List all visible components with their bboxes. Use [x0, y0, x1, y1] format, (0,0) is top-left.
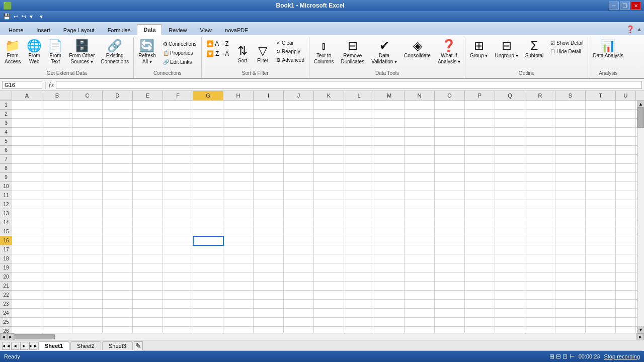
cell-K23[interactable] — [314, 300, 344, 309]
cell-T23[interactable] — [586, 300, 616, 309]
cell-R1[interactable] — [525, 101, 555, 110]
cell-K17[interactable] — [314, 245, 344, 254]
cell-E25[interactable] — [133, 318, 163, 327]
cell-L16[interactable] — [344, 236, 374, 245]
cell-A22[interactable] — [12, 291, 42, 300]
cell-U6[interactable] — [616, 146, 636, 155]
cell-G5[interactable] — [193, 137, 223, 146]
cell-D26[interactable] — [103, 327, 133, 333]
cell-E12[interactable] — [133, 200, 163, 209]
cell-C23[interactable] — [72, 300, 103, 309]
cell-N25[interactable] — [405, 318, 435, 327]
cell-D14[interactable] — [103, 218, 133, 227]
cell-E1[interactable] — [133, 101, 163, 110]
cell-P14[interactable] — [465, 218, 495, 227]
cell-P3[interactable] — [465, 119, 495, 128]
cell-N16[interactable] — [405, 236, 435, 245]
row-num-3[interactable]: 3 — [0, 119, 12, 128]
col-header-R[interactable]: R — [525, 91, 555, 100]
cell-K10[interactable] — [314, 182, 344, 191]
cell-M8[interactable] — [374, 164, 405, 173]
cell-E19[interactable] — [133, 263, 163, 273]
scroll-right-button-start[interactable]: ► — [7, 333, 14, 340]
cell-M3[interactable] — [374, 119, 405, 128]
cell-I12[interactable] — [254, 200, 284, 209]
cell-U2[interactable] — [616, 110, 636, 119]
row-num-1[interactable]: 1 — [0, 101, 12, 110]
cell-I25[interactable] — [254, 318, 284, 327]
cell-T6[interactable] — [586, 146, 616, 155]
cell-J22[interactable] — [284, 291, 314, 300]
cell-D4[interactable] — [103, 128, 133, 137]
cell-S4[interactable] — [555, 128, 586, 137]
help-icon[interactable]: ❓ — [626, 25, 634, 33]
cell-F18[interactable] — [163, 254, 193, 263]
cell-F25[interactable] — [163, 318, 193, 327]
cell-U21[interactable] — [616, 282, 636, 291]
cell-U16[interactable] — [616, 236, 636, 245]
cell-B23[interactable] — [42, 300, 72, 309]
subtotal-button[interactable]: Σ Subtotal — [523, 38, 546, 60]
cell-M16[interactable] — [374, 236, 405, 245]
cell-E23[interactable] — [133, 300, 163, 309]
cell-C15[interactable] — [72, 227, 103, 236]
cell-A16[interactable] — [12, 236, 42, 245]
cell-J20[interactable] — [284, 273, 314, 282]
cell-Q6[interactable] — [495, 146, 525, 155]
cell-A1[interactable] — [12, 101, 42, 110]
cell-G2[interactable] — [193, 110, 223, 119]
text-to-columns-button[interactable]: ⫾ Text toColumns — [311, 38, 336, 66]
cell-M23[interactable] — [374, 300, 405, 309]
cell-F15[interactable] — [163, 227, 193, 236]
cell-A20[interactable] — [12, 273, 42, 282]
cell-N15[interactable] — [405, 227, 435, 236]
cell-H7[interactable] — [223, 155, 254, 164]
group-button[interactable]: ⊞ Group ▾ — [467, 38, 491, 60]
cell-F21[interactable] — [163, 282, 193, 291]
cell-E14[interactable] — [133, 218, 163, 227]
cell-P23[interactable] — [465, 300, 495, 309]
cell-Q18[interactable] — [495, 254, 525, 263]
cell-G24[interactable] — [193, 309, 223, 318]
cell-M18[interactable] — [374, 254, 405, 263]
cell-E10[interactable] — [133, 182, 163, 191]
cell-L11[interactable] — [344, 191, 374, 200]
cell-L2[interactable] — [344, 110, 374, 119]
cell-B22[interactable] — [42, 291, 72, 300]
cell-D6[interactable] — [103, 146, 133, 155]
cell-Q20[interactable] — [495, 273, 525, 282]
remove-duplicates-button[interactable]: ⊟ RemoveDuplicates — [338, 38, 367, 66]
col-header-L[interactable]: L — [344, 91, 374, 100]
cell-R13[interactable] — [525, 209, 555, 218]
cell-D8[interactable] — [103, 164, 133, 173]
cell-E2[interactable] — [133, 110, 163, 119]
cell-U22[interactable] — [616, 291, 636, 300]
row-num-10[interactable]: 10 — [0, 182, 12, 191]
cell-U17[interactable] — [616, 245, 636, 254]
cell-K13[interactable] — [314, 209, 344, 218]
close-button[interactable]: ✕ — [631, 2, 641, 10]
cell-R5[interactable] — [525, 137, 555, 146]
qa-extra[interactable]: ▾ — [39, 13, 44, 21]
tab-view[interactable]: View — [193, 25, 218, 35]
cell-S20[interactable] — [555, 273, 586, 282]
cell-U9[interactable] — [616, 173, 636, 182]
qa-undo-icon[interactable]: ↩ — [13, 13, 20, 21]
cell-O18[interactable] — [435, 254, 465, 263]
cell-G1[interactable] — [193, 101, 223, 110]
cell-I13[interactable] — [254, 209, 284, 218]
cell-N19[interactable] — [405, 263, 435, 273]
cell-S21[interactable] — [555, 282, 586, 291]
col-header-K[interactable]: K — [314, 91, 344, 100]
cell-C24[interactable] — [72, 309, 103, 318]
cell-M1[interactable] — [374, 101, 405, 110]
cell-L17[interactable] — [344, 245, 374, 254]
cell-F17[interactable] — [163, 245, 193, 254]
cell-N12[interactable] — [405, 200, 435, 209]
cell-N26[interactable] — [405, 327, 435, 333]
cell-I17[interactable] — [254, 245, 284, 254]
cell-H18[interactable] — [223, 254, 254, 263]
cell-S6[interactable] — [555, 146, 586, 155]
cell-G16[interactable] — [193, 236, 223, 245]
cell-G13[interactable] — [193, 209, 223, 218]
